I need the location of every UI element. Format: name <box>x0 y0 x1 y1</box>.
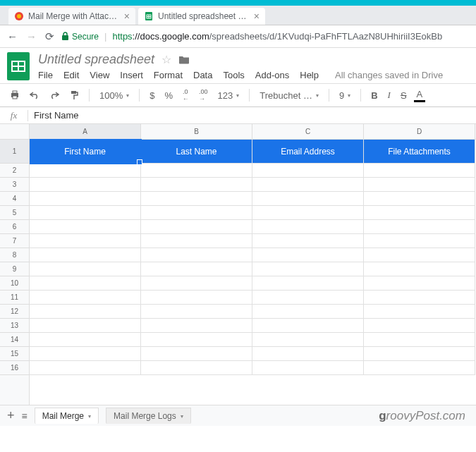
more-formats-dropdown[interactable]: 123 <box>215 89 243 102</box>
cell[interactable] <box>30 178 141 192</box>
menu-data[interactable]: Data <box>193 70 212 80</box>
cell[interactable] <box>30 319 141 333</box>
cell[interactable] <box>364 319 475 333</box>
cell[interactable] <box>141 319 252 333</box>
sheet-tab-mailmergelogs[interactable]: Mail Merge Logs <box>106 408 191 424</box>
font-dropdown[interactable]: Trebuchet … <box>257 89 322 102</box>
cell[interactable] <box>30 192 141 206</box>
cell[interactable] <box>364 248 475 262</box>
cell[interactable] <box>252 291 364 305</box>
menu-edit[interactable]: Edit <box>63 70 79 80</box>
cell[interactable] <box>364 234 475 248</box>
increase-decimal-button[interactable]: .00→ <box>196 87 211 104</box>
row-header[interactable]: 13 <box>0 319 29 333</box>
cell[interactable] <box>364 333 475 347</box>
cell[interactable] <box>364 276 475 291</box>
cell[interactable] <box>364 347 475 361</box>
cell[interactable] <box>364 220 475 234</box>
sheet-tab-mailmerge[interactable]: Mail Merge <box>35 408 99 424</box>
browser-tab-sheets[interactable]: Untitled spreadsheet - G × <box>138 8 265 25</box>
row-header[interactable]: 9 <box>0 262 29 276</box>
url-field[interactable]: https://docs.google.com/spreadsheets/d/1… <box>112 31 442 42</box>
cell[interactable] <box>252 333 364 347</box>
italic-button[interactable]: I <box>385 88 393 102</box>
row-header[interactable]: 2 <box>0 164 29 178</box>
cell[interactable] <box>141 178 252 192</box>
cell[interactable] <box>364 206 475 220</box>
cell[interactable] <box>141 164 252 178</box>
cell[interactable] <box>252 319 364 333</box>
cell[interactable] <box>252 206 364 220</box>
menu-format[interactable]: Format <box>154 70 183 80</box>
print-button[interactable] <box>7 89 23 102</box>
cell[interactable] <box>141 361 252 375</box>
row-header[interactable]: 1 <box>0 140 29 164</box>
sheets-logo-icon[interactable] <box>7 52 30 80</box>
cell[interactable] <box>141 305 252 319</box>
cell[interactable] <box>141 234 252 248</box>
cell[interactable] <box>30 248 141 262</box>
cell[interactable] <box>364 164 475 178</box>
folder-icon[interactable] <box>178 55 190 64</box>
menu-view[interactable]: View <box>90 70 109 80</box>
cell-b1[interactable]: Last Name <box>141 140 252 164</box>
format-currency-button[interactable]: $ <box>147 89 157 102</box>
row-header[interactable]: 14 <box>0 333 29 347</box>
cell[interactable] <box>252 234 364 248</box>
cell[interactable] <box>141 192 252 206</box>
cell[interactable] <box>30 333 141 347</box>
close-icon[interactable]: × <box>254 11 260 22</box>
menu-file[interactable]: File <box>38 70 53 80</box>
cell[interactable] <box>30 206 141 220</box>
cell[interactable] <box>252 178 364 192</box>
cell[interactable] <box>141 291 252 305</box>
menu-insert[interactable]: Insert <box>120 70 143 80</box>
cell[interactable] <box>141 220 252 234</box>
cell[interactable] <box>141 276 252 291</box>
cell[interactable] <box>141 206 252 220</box>
cell[interactable] <box>30 276 141 291</box>
fx-label[interactable]: fx <box>0 110 28 121</box>
formula-input[interactable]: First Name <box>28 110 79 121</box>
select-all-corner[interactable] <box>0 124 29 140</box>
cell[interactable] <box>252 262 364 276</box>
column-header[interactable]: A <box>30 124 141 139</box>
star-icon[interactable]: ☆ <box>161 53 171 66</box>
menu-addons[interactable]: Add-ons <box>255 70 289 80</box>
browser-tab-mailmerge[interactable]: Mail Merge with Attachm × <box>8 8 135 25</box>
cell[interactable] <box>364 192 475 206</box>
cell[interactable] <box>30 234 141 248</box>
secure-badge[interactable]: Secure <box>61 32 99 42</box>
text-color-button[interactable]: A <box>414 89 426 102</box>
row-header[interactable]: 7 <box>0 234 29 248</box>
font-size-dropdown[interactable]: 9 <box>336 89 353 102</box>
cell[interactable] <box>252 164 364 178</box>
decrease-decimal-button[interactable]: .0← <box>180 87 192 104</box>
row-header[interactable]: 3 <box>0 178 29 192</box>
cell[interactable] <box>252 305 364 319</box>
menu-help[interactable]: Help <box>300 70 319 80</box>
cell[interactable] <box>30 262 141 276</box>
paint-format-button[interactable] <box>66 89 82 102</box>
row-header[interactable]: 10 <box>0 276 29 291</box>
cell[interactable] <box>252 220 364 234</box>
cell[interactable] <box>364 361 475 375</box>
row-header[interactable]: 4 <box>0 192 29 206</box>
row-header[interactable]: 8 <box>0 248 29 262</box>
strikethrough-button[interactable]: S <box>398 89 410 102</box>
cell[interactable] <box>30 361 141 375</box>
cell-d1[interactable]: File Attachments <box>364 140 475 164</box>
cell[interactable] <box>252 361 364 375</box>
cell[interactable] <box>141 262 252 276</box>
cell[interactable] <box>252 248 364 262</box>
undo-button[interactable] <box>27 90 42 101</box>
menu-tools[interactable]: Tools <box>223 70 244 80</box>
cell[interactable] <box>30 305 141 319</box>
cell[interactable] <box>141 248 252 262</box>
cell[interactable] <box>141 333 252 347</box>
cell[interactable] <box>364 305 475 319</box>
cell[interactable] <box>30 220 141 234</box>
column-header[interactable]: D <box>364 124 475 139</box>
column-header[interactable]: B <box>141 124 252 139</box>
row-header[interactable]: 12 <box>0 305 29 319</box>
